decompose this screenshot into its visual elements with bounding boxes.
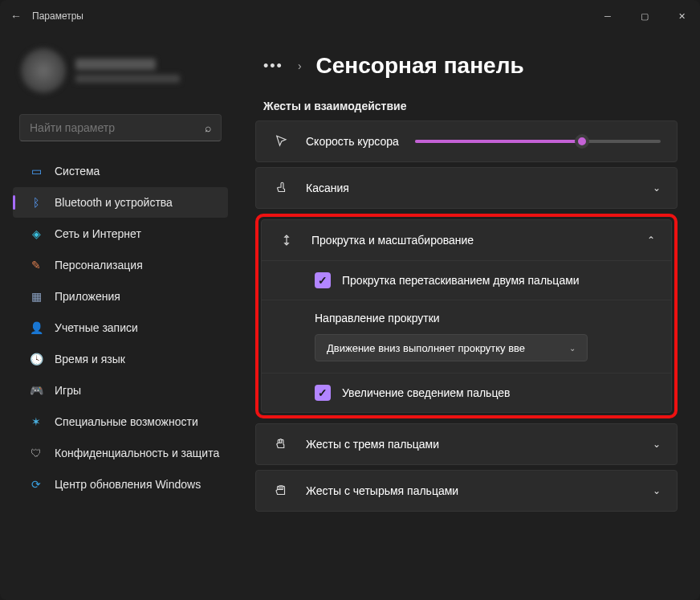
pinch-zoom-row: ✓ Увеличение сведением пальцев: [262, 373, 671, 412]
bluetooth-icon: ᛒ: [29, 195, 43, 210]
nav-network[interactable]: ◈Сеть и Интернет: [13, 218, 228, 249]
monitor-icon: ▭: [29, 164, 43, 178]
nav-privacy[interactable]: 🛡Конфиденциальность и защита: [13, 438, 228, 468]
nav-accounts[interactable]: 👤Учетные записи: [13, 312, 228, 343]
search-icon: ⌕: [205, 121, 211, 134]
scroll-direction-select[interactable]: Движение вниз выполняет прокрутку вве ⌄: [315, 334, 588, 361]
page-title: Сенсорная панель: [316, 53, 524, 79]
card-three-finger[interactable]: Жесты с тремя пальцами ⌄: [255, 423, 678, 465]
profile-block[interactable]: [6, 42, 234, 108]
nav-apps[interactable]: ▦Приложения: [13, 281, 228, 312]
nav-personalization[interactable]: ✎Персонализация: [13, 250, 228, 280]
checkbox-two-finger-scroll[interactable]: ✓: [315, 272, 331, 288]
clock-icon: 🕓: [29, 352, 43, 366]
search-box[interactable]: ⌕: [19, 114, 222, 141]
section-label: Жесты и взаимодействие: [263, 100, 678, 112]
nav-time[interactable]: 🕓Время и язык: [13, 344, 228, 374]
checkbox-pinch-zoom[interactable]: ✓: [315, 385, 331, 401]
highlight-annotation: Прокрутка и масштабирование ⌃ ✓ Прокрутк…: [255, 214, 678, 418]
profile-email: [75, 75, 180, 83]
breadcrumb-more[interactable]: •••: [263, 58, 283, 75]
nav-gaming[interactable]: 🎮Игры: [13, 375, 228, 406]
tap-icon: [272, 181, 290, 195]
three-finger-label: Жесты с тремя пальцами: [306, 438, 439, 451]
scroll-two-finger-row: ✓ Прокрутка перетаскиванием двумя пальца…: [262, 260, 671, 300]
avatar: [21, 48, 66, 93]
chevron-down-icon: ⌄: [569, 344, 576, 353]
person-icon: 👤: [29, 320, 43, 335]
nav-accessibility[interactable]: ✶Специальные возможности: [13, 406, 228, 437]
gamepad-icon: 🎮: [29, 383, 43, 398]
apps-icon: ▦: [29, 289, 43, 304]
card-cursor-speed: Скорость курсора: [255, 120, 678, 162]
taps-label: Касания: [306, 182, 349, 194]
nav-update[interactable]: ⟳Центр обновления Windows: [13, 469, 228, 500]
pinch-zoom-label: Увеличение сведением пальцев: [342, 386, 511, 399]
cursor-speed-slider[interactable]: [415, 140, 661, 143]
scroll-direction-label: Направление прокрутки: [315, 312, 655, 324]
breadcrumb: ••• › Сенсорная панель: [255, 32, 678, 96]
back-button[interactable]: ←: [0, 10, 32, 22]
scroll-direction-value: Движение вниз выполняет прокрутку вве: [327, 342, 525, 354]
scroll-zoom-label: Прокрутка и масштабирование: [311, 234, 474, 247]
update-icon: ⟳: [29, 477, 43, 492]
card-taps[interactable]: Касания ⌄: [255, 167, 678, 209]
chevron-up-icon: ⌃: [647, 235, 655, 246]
card-four-finger[interactable]: Жесты с четырьмя пальцами ⌄: [255, 470, 678, 512]
scroll-direction-row: Направление прокрутки Движение вниз выпо…: [262, 300, 671, 373]
scroll-zoom-header[interactable]: Прокрутка и масштабирование ⌃: [262, 220, 671, 260]
shield-icon: 🛡: [29, 446, 43, 460]
nav-system[interactable]: ▭Система: [13, 156, 228, 186]
three-finger-icon: [272, 437, 290, 451]
chevron-down-icon: ⌄: [653, 182, 661, 194]
four-finger-label: Жесты с четырьмя пальцами: [306, 484, 458, 497]
scroll-icon: [278, 233, 295, 247]
profile-name: [75, 59, 156, 70]
titlebar: ← Параметры ─ ▢ ✕: [0, 0, 700, 32]
card-scroll-zoom: Прокрутка и масштабирование ⌃ ✓ Прокрутк…: [261, 219, 672, 413]
main-content: ••• › Сенсорная панель Жесты и взаимодей…: [241, 32, 700, 600]
accessibility-icon: ✶: [29, 414, 43, 429]
sidebar: ⌕ ▭Система ᛒBluetooth и устройства ◈Сеть…: [0, 32, 241, 600]
close-button[interactable]: ✕: [663, 0, 700, 32]
breadcrumb-separator: ›: [298, 59, 302, 72]
nav-list: ▭Система ᛒBluetooth и устройства ◈Сеть и…: [6, 156, 234, 500]
search-input[interactable]: [30, 121, 205, 134]
chevron-down-icon: ⌄: [653, 439, 661, 450]
brush-icon: ✎: [29, 258, 43, 272]
four-finger-icon: [272, 484, 290, 498]
maximize-button[interactable]: ▢: [626, 0, 663, 32]
window-title: Параметры: [32, 10, 83, 22]
wifi-icon: ◈: [29, 227, 43, 241]
nav-bluetooth[interactable]: ᛒBluetooth и устройства: [13, 187, 228, 218]
minimize-button[interactable]: ─: [589, 0, 626, 32]
two-finger-scroll-label: Прокрутка перетаскиванием двумя пальцами: [342, 274, 580, 287]
chevron-down-icon: ⌄: [653, 485, 661, 496]
cursor-icon: [272, 134, 290, 149]
cursor-speed-label: Скорость курсора: [306, 135, 399, 148]
